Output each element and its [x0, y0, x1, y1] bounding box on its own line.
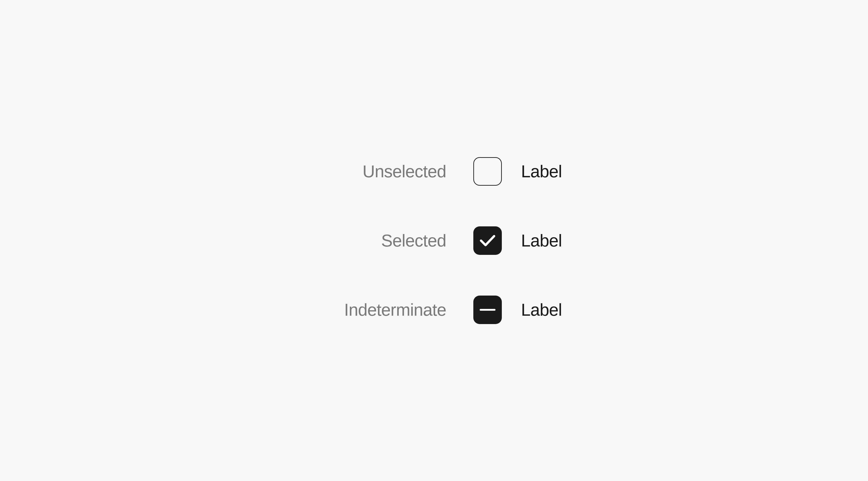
checkbox-indeterminate[interactable] [473, 296, 502, 324]
checkbox-row-indeterminate: Indeterminate Label [306, 296, 562, 324]
checkbox-row-unselected: Unselected Label [306, 157, 562, 186]
checkbox-label[interactable]: Label [521, 161, 562, 181]
checkbox-unselected[interactable] [473, 157, 502, 186]
checkbox-row-selected: Selected Label [306, 227, 562, 255]
checkbox-selected[interactable] [473, 227, 502, 255]
state-label-selected: Selected [306, 231, 446, 250]
checkbox-states-container: Unselected Label Selected Label Indeterm… [306, 157, 562, 324]
checkbox-wrapper: Label [473, 296, 562, 324]
minus-icon [480, 309, 495, 311]
checkbox-label[interactable]: Label [521, 231, 562, 250]
state-label-indeterminate: Indeterminate [306, 300, 446, 320]
checkbox-label[interactable]: Label [521, 300, 562, 320]
check-icon [480, 234, 495, 247]
state-label-unselected: Unselected [306, 161, 446, 181]
checkbox-wrapper: Label [473, 227, 562, 255]
checkbox-wrapper: Label [473, 157, 562, 186]
